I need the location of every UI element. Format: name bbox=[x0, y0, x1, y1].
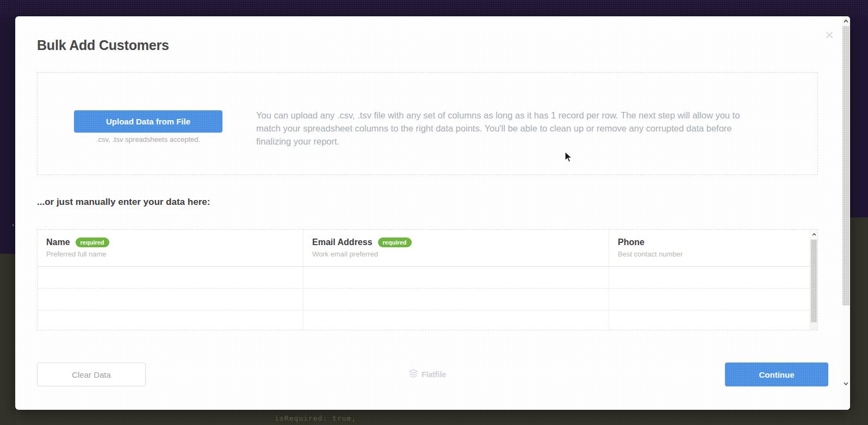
background-code-text: isRequired: true, bbox=[275, 414, 356, 422]
column-subtitle: Preferred full name bbox=[46, 250, 303, 258]
required-badge: required bbox=[378, 238, 412, 247]
column-header-email: Email Addressrequired Work email preferr… bbox=[303, 230, 609, 266]
bulk-add-customers-modal: Bulk Add Customers ✕ Upload Data from Fi… bbox=[15, 16, 850, 410]
modal-scrollbar[interactable] bbox=[842, 16, 850, 410]
cell-email[interactable] bbox=[303, 310, 609, 330]
modal-scroll-up-arrow[interactable] bbox=[842, 16, 850, 26]
upload-caption: .csv, .tsv spreadsheets accepted. bbox=[74, 135, 222, 143]
backdrop-top bbox=[0, 0, 868, 16]
cell-phone[interactable] bbox=[609, 289, 810, 310]
modal-title: Bulk Add Customers bbox=[37, 38, 169, 53]
cell-name[interactable] bbox=[38, 289, 303, 310]
background-artifact: ' bbox=[13, 223, 14, 231]
table-scrollbar[interactable] bbox=[810, 230, 817, 330]
modal-scroll-down-arrow[interactable] bbox=[842, 379, 850, 388]
column-header-name: Namerequired Preferred full name bbox=[38, 230, 303, 266]
cell-email[interactable] bbox=[303, 289, 609, 310]
continue-button[interactable]: Continue bbox=[725, 362, 828, 386]
column-label: Email Address bbox=[312, 238, 373, 247]
table-scrollbar-thumb[interactable] bbox=[811, 240, 817, 322]
layers-icon bbox=[409, 369, 418, 380]
clear-data-button[interactable]: Clear Data bbox=[37, 362, 146, 386]
modal-scrollbar-thumb[interactable] bbox=[842, 26, 850, 305]
table-row bbox=[38, 289, 810, 310]
brand-label: Flatfile bbox=[421, 370, 446, 379]
table-row bbox=[38, 310, 810, 330]
manual-entry-label: ...or just manually enter your data here… bbox=[37, 197, 210, 208]
cell-name[interactable] bbox=[38, 267, 303, 288]
cell-phone[interactable] bbox=[609, 267, 810, 288]
column-header-phone: Phone Best contact number bbox=[609, 230, 810, 266]
required-badge: required bbox=[76, 238, 109, 247]
close-icon[interactable]: ✕ bbox=[822, 28, 836, 42]
table-row bbox=[38, 267, 810, 289]
cell-phone[interactable] bbox=[609, 310, 810, 330]
flatfile-brand[interactable]: Flatfile bbox=[373, 362, 482, 386]
manual-entry-table: Namerequired Preferred full name Email A… bbox=[37, 229, 818, 330]
column-label: Name bbox=[46, 238, 70, 247]
table-body bbox=[38, 267, 810, 330]
table-header-row: Namerequired Preferred full name Email A… bbox=[38, 230, 810, 267]
column-subtitle: Work email preferred bbox=[312, 250, 609, 258]
backdrop-bottom bbox=[15, 410, 850, 425]
cell-name[interactable] bbox=[38, 310, 303, 330]
column-label: Phone bbox=[618, 238, 644, 247]
column-subtitle: Best contact number bbox=[618, 250, 810, 258]
upload-data-button[interactable]: Upload Data from File bbox=[74, 110, 222, 133]
table-scroll-up-arrow[interactable] bbox=[810, 230, 817, 239]
backdrop-right bbox=[850, 16, 868, 425]
cell-email[interactable] bbox=[303, 267, 609, 288]
upload-description: You can upload any .csv, .tsv file with … bbox=[256, 109, 766, 148]
upload-dropzone[interactable]: Upload Data from File .csv, .tsv spreads… bbox=[37, 72, 818, 175]
backdrop-left bbox=[0, 16, 15, 425]
